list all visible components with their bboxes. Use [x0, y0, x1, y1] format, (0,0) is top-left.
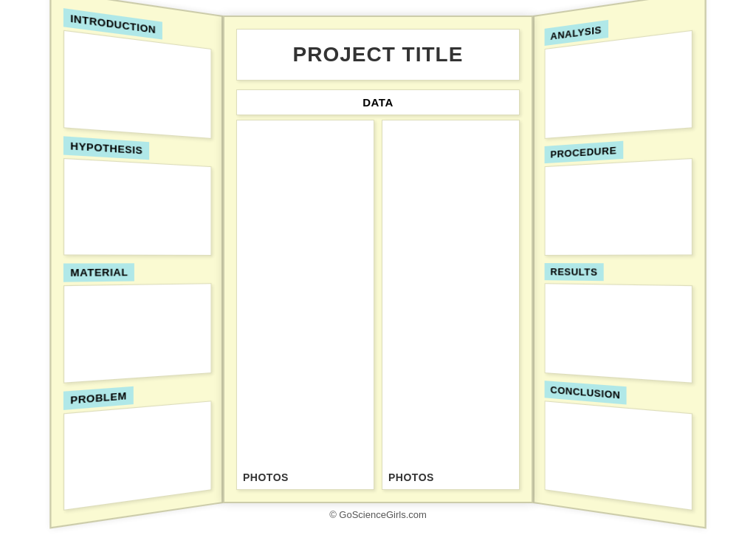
hypothesis-card [63, 157, 211, 256]
photo-image-left [237, 120, 374, 464]
hypothesis-label: HYPOTHESIS [63, 135, 149, 159]
data-section: DATA PHOTOS PHOTOS [236, 89, 520, 490]
photo-image-right [382, 120, 519, 464]
footer-copyright: © GoScienceGirls.com [329, 509, 427, 520]
material-card [63, 283, 211, 383]
problem-section: PROBLEM [63, 380, 211, 510]
introduction-section: INTRODUCTION [63, 8, 211, 138]
photo-card-right: PHOTOS [382, 120, 520, 490]
problem-label: PROBLEM [63, 386, 133, 409]
project-title: PROJECT TITLE [236, 29, 520, 81]
photos-row: PHOTOS PHOTOS [236, 120, 520, 490]
photo-card-left: PHOTOS [236, 120, 374, 490]
results-section: RESULTS [545, 263, 693, 383]
hypothesis-section: HYPOTHESIS [63, 135, 211, 255]
results-label: RESULTS [545, 263, 604, 281]
photo-label-left: PHOTOS [237, 467, 374, 489]
introduction-card [63, 30, 211, 138]
conclusion-label: CONCLUSION [545, 380, 627, 403]
right-panel: ANALYSIS PROCEDURE RESULTS CONCLUSION [533, 0, 707, 528]
photo-label-right: PHOTOS [382, 467, 519, 489]
analysis-section: ANALYSIS [545, 8, 693, 138]
material-section: MATERIAL [63, 263, 211, 383]
procedure-card [545, 157, 693, 256]
procedure-section: PROCEDURE [545, 135, 693, 255]
procedure-label: PROCEDURE [545, 140, 623, 163]
left-panel: INTRODUCTION HYPOTHESIS MATERIAL PROBLEM [49, 0, 223, 528]
material-label: MATERIAL [63, 263, 134, 282]
results-card [545, 283, 693, 383]
analysis-card [545, 30, 693, 138]
center-panel: PROJECT TITLE DATA PHOTOS PHOTOS [223, 16, 533, 503]
trifold-board: INTRODUCTION HYPOTHESIS MATERIAL PROBLEM… [24, 16, 732, 503]
data-label: DATA [236, 89, 520, 115]
problem-card [63, 400, 211, 510]
conclusion-card [545, 400, 693, 510]
conclusion-section: CONCLUSION [545, 380, 693, 510]
